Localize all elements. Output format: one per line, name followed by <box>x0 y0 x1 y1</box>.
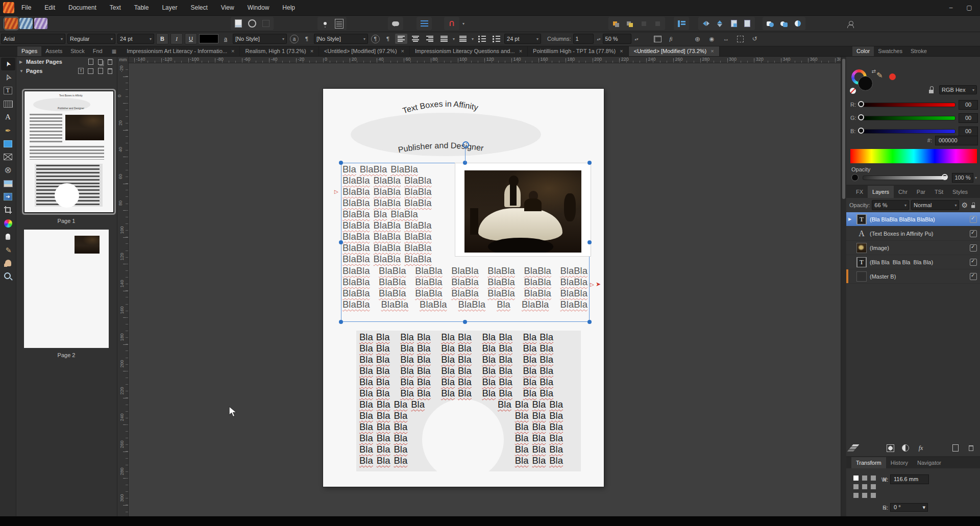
close-tab-icon[interactable]: × <box>519 48 522 54</box>
close-tab-icon[interactable]: × <box>401 48 404 54</box>
page-box-icon[interactable] <box>87 67 94 74</box>
handle-top-right[interactable] <box>587 161 592 165</box>
menu-item[interactable]: Select <box>190 4 207 11</box>
align-right-button[interactable] <box>424 34 436 44</box>
channel-slider[interactable] <box>859 116 955 120</box>
reset-rotation-button[interactable] <box>749 34 761 44</box>
handle-mid-right[interactable] <box>587 240 592 244</box>
add-page-icon[interactable] <box>96 67 104 74</box>
opacity-dropdown-icon[interactable]: ▾ <box>975 176 977 180</box>
layer-row[interactable]: ▶ (Text Boxes in Affinity Pu) <box>846 227 980 241</box>
opacity-slider[interactable] <box>863 176 948 180</box>
mask-layer-icon[interactable] <box>885 443 895 453</box>
rotation-handle[interactable] <box>462 141 469 148</box>
gear-icon[interactable]: ⚙ <box>961 201 968 209</box>
close-tab-icon[interactable]: × <box>310 48 313 54</box>
frame-text-icon[interactable] <box>1 84 15 97</box>
panel-tab[interactable]: Layers <box>868 186 894 198</box>
layer-visibility-checkbox[interactable] <box>970 244 977 252</box>
zoom-icon[interactable] <box>1 270 15 283</box>
place-image-icon[interactable] <box>1 177 15 190</box>
insert-text-page-icon[interactable] <box>77 67 85 74</box>
order-back-icon[interactable] <box>624 18 636 29</box>
layers-stack-icon[interactable] <box>850 443 861 453</box>
document-tab[interactable]: Impressionism Literacy Questions and... … <box>410 46 528 56</box>
menu-item[interactable]: Text <box>110 4 121 11</box>
text-color-swatch[interactable] <box>199 34 218 43</box>
layer-name[interactable]: (Bla BlaBla BlaBla BlaBla) <box>870 216 967 222</box>
anchor-point-grid[interactable] <box>853 475 878 500</box>
panel-tab[interactable]: Chr <box>894 186 912 198</box>
duplicate-icon[interactable] <box>96 58 104 65</box>
slider-knob[interactable] <box>858 128 864 134</box>
character-style-select[interactable]: [No Style]▾ <box>233 34 287 44</box>
layer-name[interactable]: (Master B) <box>870 273 967 280</box>
insert-inside-icon[interactable] <box>727 18 740 29</box>
move-icon[interactable] <box>1 58 15 70</box>
table-icon[interactable] <box>1 97 15 110</box>
canvas-viewport[interactable]: -140-120-100-80-60-40-200204060801001201… <box>129 56 841 516</box>
publisher-icon[interactable] <box>5 18 18 29</box>
zoom-spin-icon[interactable]: ▴▾ <box>635 38 639 40</box>
data-merge-icon[interactable] <box>1 190 15 203</box>
channel-slider[interactable] <box>859 103 955 107</box>
close-tab-icon[interactable]: × <box>231 48 234 54</box>
layer-visibility-checkbox[interactable] <box>970 259 977 266</box>
order-up-icon[interactable] <box>638 18 650 29</box>
gradient-icon[interactable] <box>1 217 15 230</box>
document-tab[interactable]: <Untitled> [Modified] (73.2%) × <box>629 46 720 56</box>
handle-top-left[interactable] <box>339 161 343 165</box>
panel-tab[interactable]: Assets <box>41 46 66 56</box>
numbered-list-button[interactable] <box>490 34 502 44</box>
add-page-icon[interactable] <box>87 58 94 65</box>
text-flow-out-icon[interactable]: ▷ <box>590 282 594 287</box>
layer-row[interactable]: ▶ (Bla Bla Bla Bla Bla Bla) <box>846 255 980 269</box>
lock-icon[interactable] <box>928 86 935 94</box>
menu-item[interactable]: Table <box>134 4 149 11</box>
layer-opacity-select[interactable]: 66 %▾ <box>872 200 909 210</box>
bounding-box-button[interactable] <box>734 34 747 44</box>
delete-icon[interactable] <box>106 67 114 74</box>
bold-button[interactable]: B <box>156 33 168 44</box>
boolean-subtract-icon[interactable] <box>778 18 790 29</box>
vertical-scrollbar[interactable] <box>841 56 846 516</box>
comment-icon[interactable] <box>389 18 402 29</box>
color-wheel[interactable]: ⇄ <box>851 69 876 94</box>
frame-properties-button[interactable] <box>652 34 664 44</box>
shear-value[interactable]: 0 °▾ <box>890 503 928 512</box>
picture-frame-rectangle-icon[interactable] <box>1 151 15 163</box>
lock-layer-icon[interactable] <box>970 201 977 209</box>
menu-item[interactable]: Layer <box>162 4 177 11</box>
rectangle-icon[interactable] <box>1 137 15 150</box>
app-logo-icon[interactable] <box>3 2 14 13</box>
align-more-icon[interactable]: ▾ <box>453 37 455 41</box>
flip-horizontal-icon[interactable] <box>700 18 712 29</box>
panel-tab[interactable]: TSt <box>930 186 948 198</box>
close-tab-icon[interactable]: × <box>620 48 623 54</box>
opacity-knob[interactable] <box>942 174 948 180</box>
color-mode-select[interactable]: RGB Hex▾ <box>939 85 977 94</box>
flip-vertical-icon[interactable] <box>714 17 725 30</box>
hex-value-field[interactable]: 000000 <box>935 136 978 145</box>
columns-spin-icon[interactable]: ▴▾ <box>597 38 601 40</box>
panel-tab[interactable]: FX <box>851 186 868 198</box>
artistic-text-icon[interactable] <box>856 229 867 239</box>
heading-top-text[interactable]: Text Boxes in Affinity <box>399 98 494 118</box>
master-icon[interactable] <box>856 271 867 282</box>
leading-select[interactable]: 24 pt▾ <box>504 34 541 44</box>
gray-text-box[interactable]: BlaBlaBlaBlaBlaBlaBlaBlaBlaBlaBlaBlaBlaB… <box>356 331 581 471</box>
preview-button[interactable] <box>706 34 718 44</box>
text-frame-icon[interactable] <box>856 257 867 267</box>
menu-item[interactable]: Edit <box>44 4 55 11</box>
pages-header[interactable]: Pages <box>26 68 42 74</box>
add-layer-icon[interactable] <box>950 443 961 453</box>
order-down-icon[interactable] <box>651 18 664 29</box>
move-anchor-button[interactable] <box>720 34 732 44</box>
layer-visibility-checkbox[interactable] <box>970 273 977 280</box>
layer-visibility-checkbox[interactable] <box>970 216 977 223</box>
artistic-text-icon[interactable] <box>1 111 15 123</box>
scrollbar-thumb[interactable] <box>842 59 845 199</box>
realism-painting-image[interactable] <box>464 170 581 253</box>
font-size-select[interactable]: 24 pt▾ <box>117 34 154 44</box>
sticky-note-icon[interactable] <box>333 18 345 29</box>
